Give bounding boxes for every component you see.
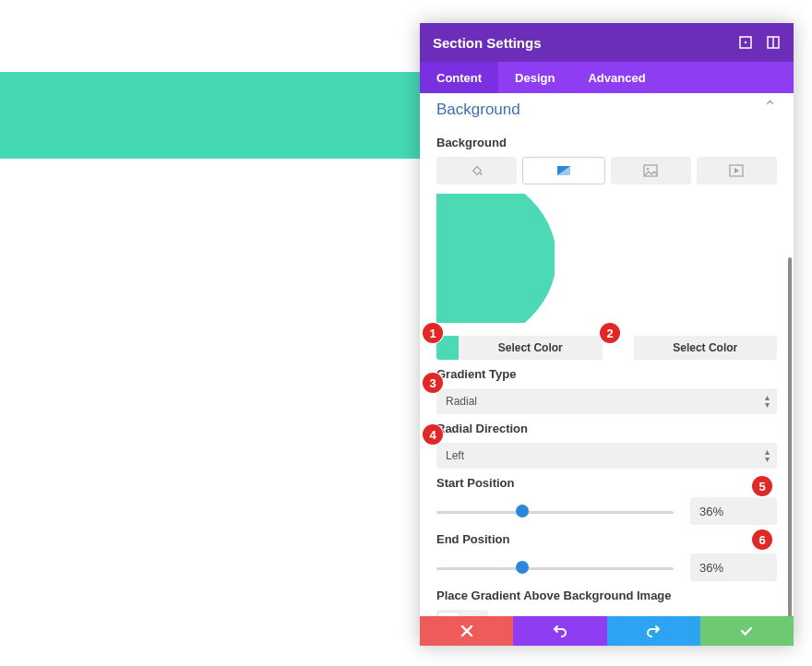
gradient-preview-shape: [436, 194, 555, 323]
start-position-slider[interactable]: [436, 501, 674, 521]
place-above-toggle[interactable]: NO: [436, 610, 488, 616]
confirm-button[interactable]: [700, 616, 794, 646]
section-header[interactable]: Background ⌃: [436, 93, 777, 128]
gradient-preview: [436, 194, 555, 323]
tab-content[interactable]: Content: [420, 62, 498, 93]
toggle-nub: [438, 612, 459, 616]
scrollbar[interactable]: [788, 257, 792, 616]
gradient-icon: [556, 164, 571, 177]
end-position-row: 36%: [436, 553, 777, 581]
paint-bucket-icon: [470, 164, 484, 177]
badge-2: 2: [600, 323, 620, 343]
start-position-value[interactable]: 36%: [690, 497, 777, 525]
svg-point-7: [647, 168, 649, 170]
bg-type-image[interactable]: [611, 157, 691, 184]
panel-body: Background ⌃ Background Select Co: [420, 93, 794, 616]
slider-track: [436, 567, 674, 570]
start-position-label: Start Position: [436, 476, 777, 490]
badge-5: 5: [752, 476, 772, 496]
color-stop-2-label: Select Color: [634, 341, 778, 354]
expand-icon[interactable]: [738, 35, 753, 50]
columns-icon[interactable]: [766, 35, 781, 50]
section-header-label: Background: [436, 101, 520, 118]
svg-point-4: [480, 172, 482, 174]
gradient-type-value: Radial: [446, 395, 477, 408]
tab-advanced[interactable]: Advanced: [571, 62, 662, 93]
panel-header: Section Settings: [420, 23, 794, 62]
undo-icon: [553, 624, 567, 638]
video-icon: [729, 164, 744, 177]
start-position-row: 36%: [436, 497, 777, 525]
svg-point-1: [745, 42, 746, 43]
undo-button[interactable]: [513, 616, 606, 646]
bg-type-color[interactable]: [436, 157, 517, 184]
badge-6: 6: [752, 529, 772, 550]
gradient-type-select[interactable]: Radial ▴▾: [436, 388, 777, 414]
panel-tabs: Content Design Advanced: [420, 62, 794, 93]
place-above-label: Place Gradient Above Background Image: [436, 589, 777, 602]
slider-knob[interactable]: [516, 505, 529, 517]
background-label: Background: [436, 136, 777, 149]
gradient-type-label: Gradient Type: [436, 367, 777, 381]
badge-3: 3: [423, 373, 443, 393]
badge-1: 1: [423, 323, 443, 343]
tab-design[interactable]: Design: [498, 62, 571, 93]
end-position-label: End Position: [436, 532, 777, 546]
redo-button[interactable]: [607, 616, 700, 646]
check-icon: [739, 624, 754, 638]
color-stop-2[interactable]: Select Color: [612, 336, 778, 360]
background-type-row: [436, 157, 777, 184]
image-icon: [643, 164, 658, 177]
color-stop-1-label: Select Color: [459, 341, 603, 354]
badge-4: 4: [423, 424, 443, 445]
end-position-value[interactable]: 36%: [690, 553, 777, 581]
close-icon: [460, 624, 474, 638]
bg-type-video[interactable]: [697, 157, 777, 184]
cancel-button[interactable]: [420, 616, 513, 646]
redo-icon: [646, 624, 661, 638]
end-position-slider[interactable]: [436, 557, 674, 577]
bg-type-gradient[interactable]: [522, 157, 604, 184]
slider-track: [436, 511, 674, 514]
panel-footer: [420, 616, 794, 646]
chevron-updown-icon: ▴▾: [765, 394, 770, 409]
slider-knob[interactable]: [516, 561, 529, 574]
panel-title: Section Settings: [433, 35, 542, 51]
chevron-updown-icon: ▴▾: [765, 448, 770, 463]
canvas-section-band: [0, 72, 420, 159]
color-stop-1[interactable]: Select Color: [436, 336, 603, 360]
radial-direction-select[interactable]: Left ▴▾: [436, 443, 777, 469]
radial-direction-label: Radial Direction: [436, 422, 777, 435]
radial-direction-value: Left: [446, 449, 464, 462]
collapse-icon[interactable]: ⌃: [763, 97, 777, 117]
